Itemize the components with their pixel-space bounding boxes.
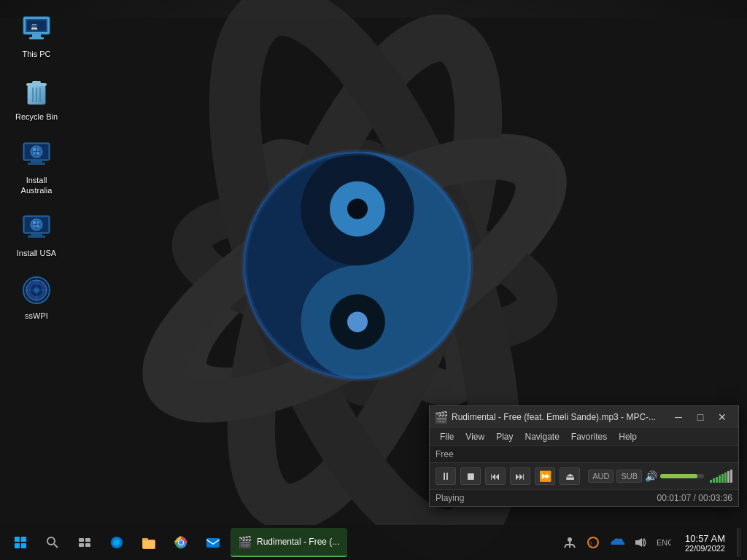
volume-fill [660, 474, 697, 478]
svg-marker-80 [635, 538, 642, 547]
volume-control[interactable]: 🔊 [645, 470, 704, 482]
prev-button[interactable]: ⏮ [485, 467, 506, 485]
svg-rect-24 [32, 81, 41, 84]
svg-rect-57 [21, 543, 26, 548]
svg-point-58 [47, 537, 55, 545]
taskbar-chrome[interactable] [166, 528, 196, 557]
svg-text:ENG: ENG [657, 538, 671, 547]
taskbar-edge[interactable] [102, 528, 131, 557]
svg-point-12 [347, 312, 368, 332]
svg-rect-17 [32, 34, 41, 37]
sswpi-label: ssWPI [25, 311, 48, 321]
status-text: Free [436, 449, 454, 459]
close-button[interactable]: ✕ [712, 409, 732, 425]
recycle-bin-icon [19, 74, 54, 109]
volume-icon: 🔊 [645, 470, 657, 482]
taskbar-explorer[interactable] [134, 528, 163, 557]
svg-rect-72 [568, 537, 572, 542]
media-player-bottom: Playing 00:01:07 / 00:03:36 [430, 489, 738, 506]
volume-bar[interactable] [660, 474, 704, 478]
media-player-title: Rudimental - Free (feat. Emeli Sande).mp… [452, 412, 664, 422]
minimize-button[interactable]: ─ [668, 409, 689, 425]
desktop: 💻 This PC [0, 0, 747, 560]
media-player-titlebar: 🎬 Rudimental - Free (feat. Emeli Sande).… [430, 406, 738, 428]
skip-button[interactable]: ⏩ [535, 467, 555, 485]
taskbar-app-icon: 🎬 [238, 535, 252, 549]
media-player-controls: ⏸ ⏹ ⏮ ⏭ ⏩ ⏏ AUD SUB 🔊 [430, 462, 738, 489]
svg-rect-32 [31, 160, 42, 163]
maximize-button[interactable]: □ [690, 409, 711, 425]
view-menu[interactable]: View [460, 429, 490, 444]
desktop-icon-install-usa[interactable]: Install USA [7, 206, 66, 262]
media-player-app-icon: 🎬 [436, 411, 447, 423]
svg-rect-36 [33, 152, 36, 155]
tray-icons: ! ENG [560, 532, 673, 553]
desktop-icon-sswpi[interactable]: ssWPI [7, 269, 66, 324]
navigate-menu[interactable]: Navigate [519, 429, 565, 444]
svg-rect-44 [33, 221, 36, 224]
tray-onedrive[interactable] [606, 532, 627, 553]
svg-point-11 [347, 199, 368, 219]
play-menu[interactable]: Play [490, 429, 519, 444]
start-button[interactable] [6, 528, 35, 557]
install-australia-icon [19, 137, 54, 172]
bar4 [719, 475, 721, 483]
media-player-window: 🎬 Rudimental - Free (feat. Emeli Sande).… [429, 405, 739, 507]
bar7 [727, 471, 729, 483]
svg-line-75 [565, 545, 566, 548]
playing-status: Playing [436, 493, 464, 503]
bar3 [716, 477, 718, 483]
window-controls: ─ □ ✕ [668, 409, 732, 425]
svg-text:!: ! [590, 540, 592, 547]
taskbar-task-view[interactable] [70, 528, 99, 557]
bar2 [713, 478, 715, 483]
taskbar-clock[interactable]: 10:57 AM 22/09/2022 [679, 533, 731, 553]
favorites-menu[interactable]: Favorites [565, 429, 613, 444]
svg-rect-67 [143, 540, 155, 548]
svg-rect-34 [33, 148, 36, 151]
tray-volume[interactable] [630, 532, 650, 553]
total-time: 00:03:36 [698, 493, 732, 503]
taskbar: 🎬 Rudimental - Free (... [0, 525, 747, 560]
taskbar-search[interactable] [38, 528, 67, 557]
current-time: 00:01:07 [657, 493, 692, 503]
next-button[interactable]: ⏭ [510, 467, 530, 485]
svg-point-70 [179, 540, 183, 545]
media-player-status: Free [430, 446, 738, 462]
stop-button[interactable]: ⏹ [460, 467, 481, 485]
svg-rect-54 [15, 537, 20, 542]
pause-button[interactable]: ⏸ [436, 467, 456, 485]
tray-language[interactable]: ENG [653, 532, 673, 553]
taskbar-media-player-app[interactable]: 🎬 Rudimental - Free (... [231, 528, 347, 557]
clock-time: 10:57 AM [685, 533, 725, 544]
taskbar-app-label: Rudimental - Free (... [257, 537, 339, 547]
show-desktop-button[interactable] [737, 528, 741, 557]
bar8 [730, 470, 732, 483]
svg-rect-71 [206, 538, 220, 548]
svg-rect-37 [36, 152, 39, 155]
install-usa-label: Install USA [17, 248, 56, 258]
svg-rect-62 [79, 543, 84, 547]
svg-rect-60 [79, 538, 84, 542]
subtitle-button[interactable]: SUB [616, 470, 642, 483]
extra-controls: AUD SUB 🔊 [588, 470, 732, 483]
time-display: 00:01:07 / 00:03:36 [657, 493, 732, 503]
tray-antivirus[interactable]: ! [583, 532, 603, 553]
desktop-icon-install-australia[interactable]: Install Australia [7, 133, 66, 200]
audio-button[interactable]: AUD [588, 470, 614, 483]
help-menu[interactable]: Help [613, 429, 643, 444]
desktop-icon-recycle-bin[interactable]: Recycle Bin [7, 70, 66, 125]
desktop-icon-this-pc[interactable]: 💻 This PC [7, 7, 66, 63]
eject-button[interactable]: ⏏ [560, 467, 580, 485]
taskbar-pinned-icons: 🎬 Rudimental - Free (... [38, 528, 560, 557]
taskbar-tray: ! ENG [560, 528, 741, 557]
taskbar-mail[interactable] [198, 528, 228, 557]
file-menu[interactable]: File [434, 429, 460, 444]
sswpi-icon [19, 273, 54, 308]
svg-rect-35 [36, 148, 39, 151]
clock-date: 22/09/2022 [685, 544, 725, 553]
svg-rect-18 [29, 37, 44, 39]
desktop-icons: 💻 This PC [7, 7, 66, 325]
bar5 [721, 474, 724, 483]
tray-network[interactable] [560, 532, 580, 553]
